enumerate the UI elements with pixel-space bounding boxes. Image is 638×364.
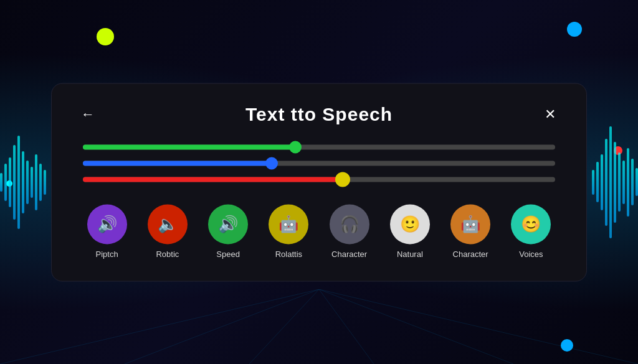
svg-line-2 [249, 289, 319, 364]
page-title: Text tto Speech [245, 103, 393, 124]
main-card: ← Text tto Speech ✕ [51, 83, 587, 281]
speed-label: Speed [216, 249, 240, 258]
pitch-label: Piptch [96, 249, 118, 258]
waveform-right [592, 120, 638, 245]
character1-label: Character [331, 249, 367, 258]
natural-option[interactable]: 🙂 Natural [390, 204, 430, 258]
back-button[interactable]: ← [77, 106, 99, 122]
robotic-fill [83, 161, 272, 166]
character1-circle: 🎧 [330, 204, 369, 244]
natural-symbol: 🙂 [400, 215, 420, 234]
character2-option[interactable]: 🤖 Character [450, 204, 490, 258]
voices-circle: 😊 [511, 204, 551, 244]
dot-2 [567, 22, 582, 37]
header: ← Text tto Speech ✕ [77, 103, 561, 124]
robotic-label: Robtic [156, 249, 179, 258]
rolattis-label: Rolattis [275, 249, 302, 258]
natural-circle: 🙂 [390, 204, 430, 244]
speed-option[interactable]: 🔊 Speed [208, 204, 248, 258]
pitch-slider[interactable] [83, 144, 555, 149]
pitch-symbol: 🔊 [97, 215, 117, 234]
svg-line-0 [0, 289, 319, 364]
svg-line-5 [319, 289, 638, 364]
road-lines [0, 289, 638, 364]
speed-slider-row [83, 177, 555, 182]
robotic-circle: 🔈 [148, 204, 188, 244]
speed-slider[interactable] [83, 177, 555, 182]
voices-option[interactable]: 😊 Voices [511, 204, 551, 258]
character1-symbol: 🎧 [340, 215, 359, 234]
svg-line-1 [125, 289, 319, 364]
dot-1 [97, 28, 114, 45]
pitch-fill [83, 144, 295, 149]
character2-symbol: 🤖 [460, 215, 480, 234]
speed-circle: 🔊 [208, 204, 248, 244]
robotic-symbol: 🔈 [158, 215, 178, 234]
character2-circle: 🤖 [450, 204, 490, 244]
waveform-left [0, 120, 46, 245]
close-button[interactable]: ✕ [539, 106, 561, 122]
robotic-slider[interactable] [83, 161, 555, 166]
pitch-slider-row [83, 144, 555, 149]
natural-label: Natural [397, 249, 423, 258]
robotic-slider-row [83, 161, 555, 166]
pitch-circle: 🔊 [87, 204, 127, 244]
robotic-thumb[interactable] [265, 157, 278, 169]
pitch-option[interactable]: 🔊 Piptch [87, 204, 127, 258]
svg-line-4 [319, 289, 513, 364]
speed-symbol: 🔊 [218, 215, 238, 234]
voices-symbol: 😊 [521, 215, 541, 234]
icons-row: 🔊 Piptch 🔈 Robtic 🔊 Speed 🤖 Rolattis 🎧 [77, 204, 561, 258]
pitch-thumb[interactable] [289, 141, 302, 153]
character2-label: Character [453, 249, 488, 258]
character1-option[interactable]: 🎧 Character [330, 204, 369, 258]
rolattis-option[interactable]: 🤖 Rolattis [269, 204, 308, 258]
rolattis-symbol: 🤖 [279, 215, 298, 234]
speed-fill [83, 177, 343, 182]
rolattis-circle: 🤖 [269, 204, 308, 244]
speed-thumb[interactable] [335, 172, 350, 187]
voices-label: Voices [519, 249, 543, 258]
dot-4 [561, 339, 573, 352]
sliders-section [77, 144, 561, 182]
robotic-option[interactable]: 🔈 Robtic [148, 204, 188, 258]
